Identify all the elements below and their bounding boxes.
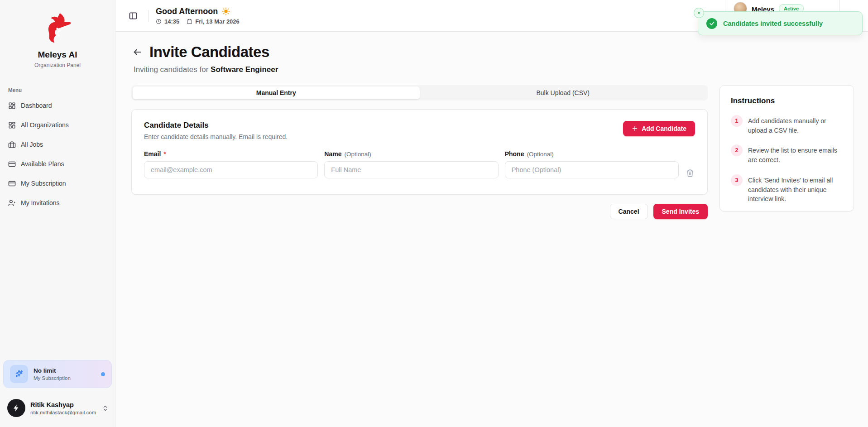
- step-text: Review the list to ensure emails are cor…: [748, 144, 843, 164]
- sidebar-nav: Dashboard All Organizations All Jobs Ava…: [0, 97, 115, 211]
- greeting-block: Good Afternoon 14:35 Fri, 13 Mar 2026: [156, 7, 240, 25]
- instruction-step: 1 Add candidates manually or upload a CS…: [731, 115, 843, 135]
- form-column: Manual Entry Bulk Upload (CSV) Candidate…: [131, 85, 708, 219]
- step-text: Click 'Send Invites' to email all candid…: [748, 174, 843, 204]
- sidebar-item-my-subscription[interactable]: My Subscription: [4, 175, 111, 192]
- email-field[interactable]: [144, 161, 318, 178]
- dragon-logo-icon: [43, 12, 72, 46]
- sidebar-item-label: My Invitations: [21, 199, 60, 206]
- success-toast: × Candidates invited successfully: [698, 11, 863, 35]
- user-identity: Ritik Kashyap ritik.mithilastack@gmail.c…: [30, 401, 96, 415]
- step-number-badge: 3: [731, 174, 743, 186]
- user-menu[interactable]: Ritik Kashyap ritik.mithilastack@gmail.c…: [0, 394, 115, 427]
- card-heading: Candidate Details Enter candidate detail…: [144, 121, 288, 140]
- sidebar-toggle-button[interactable]: [125, 8, 141, 24]
- delete-row-button[interactable]: [685, 168, 695, 178]
- candidate-row: Email * Name (Optional): [144, 150, 695, 178]
- subscription-limit-title: No limit: [34, 367, 71, 374]
- send-invites-button[interactable]: Send Invites: [653, 204, 708, 219]
- form-actions: Cancel Send Invites: [131, 204, 708, 219]
- instructions-card: Instructions 1 Add candidates manually o…: [719, 85, 854, 211]
- sidebar-item-label: All Jobs: [21, 141, 43, 148]
- trash-icon: [686, 169, 694, 177]
- email-label: Email: [144, 150, 161, 158]
- users-icon: [8, 199, 16, 207]
- check-circle-icon: [706, 18, 717, 29]
- name-field[interactable]: [324, 161, 498, 178]
- sidebar-item-dashboard[interactable]: Dashboard: [4, 97, 111, 114]
- avatar: [7, 399, 25, 417]
- sidebar-item-label: My Subscription: [21, 180, 66, 187]
- back-button[interactable]: [131, 46, 143, 58]
- tab-bulk-upload-csv[interactable]: Bulk Upload (CSV): [420, 86, 707, 99]
- toast-message: Candidates invited successfully: [723, 20, 823, 27]
- add-candidate-label: Add Candidate: [642, 125, 686, 132]
- cancel-button[interactable]: Cancel: [610, 204, 648, 219]
- chevrons-up-down-icon: [102, 405, 109, 412]
- menu-section-label: Menu: [8, 87, 115, 93]
- subscription-limit-subtitle: My Subscription: [34, 375, 71, 381]
- page-title: Invite Candidates: [149, 43, 269, 61]
- sidebar-spacer: [0, 211, 115, 360]
- subscription-limit-card[interactable]: No limit My Subscription: [3, 360, 112, 388]
- subscription-limit-text: No limit My Subscription: [34, 367, 71, 381]
- page-content: Invite Candidates Inviting candidates fo…: [115, 32, 868, 219]
- sidebar: Meleys AI Organization Panel Menu Dashbo…: [0, 0, 115, 427]
- brand: Meleys AI Organization Panel: [0, 0, 115, 68]
- greeting-text: Good Afternoon: [156, 7, 218, 16]
- phone-label: Phone: [505, 150, 524, 158]
- phone-optional-mark: (Optional): [527, 151, 553, 158]
- phone-field[interactable]: [505, 161, 679, 178]
- name-optional-mark: (Optional): [344, 151, 371, 158]
- sidebar-item-label: All Organizations: [21, 121, 69, 129]
- credit-card-icon: [8, 180, 16, 187]
- candidate-details-card: Candidate Details Enter candidate detail…: [131, 109, 708, 195]
- card-title: Candidate Details: [144, 121, 288, 130]
- step-number-badge: 2: [731, 144, 743, 156]
- email-field-group: Email *: [144, 150, 318, 178]
- briefcase-icon: [8, 141, 16, 149]
- clock-icon: [156, 19, 162, 24]
- header-time: 14:35: [164, 18, 179, 25]
- header-date: Fri, 13 Mar 2026: [195, 18, 240, 25]
- toast-close-button[interactable]: ×: [694, 8, 704, 18]
- plus-icon: [632, 125, 638, 132]
- sidebar-item-all-organizations[interactable]: All Organizations: [4, 117, 111, 133]
- step-number-badge: 1: [731, 115, 743, 127]
- card-subtitle: Enter candidate details manually. Email …: [144, 133, 288, 140]
- calendar-icon: [187, 19, 192, 24]
- sidebar-item-label: Available Plans: [21, 160, 64, 168]
- sparkles-icon: [10, 365, 28, 383]
- step-text: Add candidates manually or upload a CSV …: [748, 115, 843, 135]
- status-dot: [101, 372, 105, 376]
- sidebar-item-available-plans[interactable]: Available Plans: [4, 156, 111, 172]
- sidebar-item-all-jobs[interactable]: All Jobs: [4, 136, 111, 153]
- brand-subtitle: Organization Panel: [34, 62, 81, 68]
- credit-card-icon: [8, 160, 16, 168]
- user-name: Ritik Kashyap: [30, 401, 96, 408]
- instruction-step: 3 Click 'Send Invites' to email all cand…: [731, 174, 843, 204]
- user-email: ritik.mithilastack@gmail.com: [30, 410, 96, 415]
- tab-manual-entry[interactable]: Manual Entry: [133, 86, 420, 99]
- entry-mode-tabs: Manual Entry Bulk Upload (CSV): [131, 85, 708, 101]
- instructions-column: Instructions 1 Add candidates manually o…: [719, 85, 854, 211]
- instruction-step: 2 Review the list to ensure emails are c…: [731, 144, 843, 164]
- phone-field-group: Phone (Optional): [505, 150, 679, 178]
- page-subtitle-prefix: Inviting candidates for: [134, 65, 211, 74]
- page-subtitle-job: Software Engineer: [211, 65, 278, 74]
- name-label: Name: [324, 150, 341, 158]
- page-subtitle: Inviting candidates for Software Enginee…: [134, 65, 854, 74]
- header-divider: [148, 10, 149, 22]
- sidebar-item-label: Dashboard: [21, 102, 52, 109]
- sun-icon: [222, 7, 230, 15]
- organizations-grid-icon: [8, 121, 16, 129]
- brand-name: Meleys AI: [38, 50, 77, 60]
- dashboard-grid-icon: [8, 102, 16, 110]
- required-asterisk: *: [163, 150, 166, 158]
- name-field-group: Name (Optional): [324, 150, 498, 178]
- add-candidate-button[interactable]: Add Candidate: [623, 121, 695, 136]
- instructions-title: Instructions: [731, 96, 843, 106]
- main-area: Good Afternoon 14:35 Fri, 13 Mar 2026: [115, 0, 868, 427]
- sidebar-item-my-invitations[interactable]: My Invitations: [4, 195, 111, 211]
